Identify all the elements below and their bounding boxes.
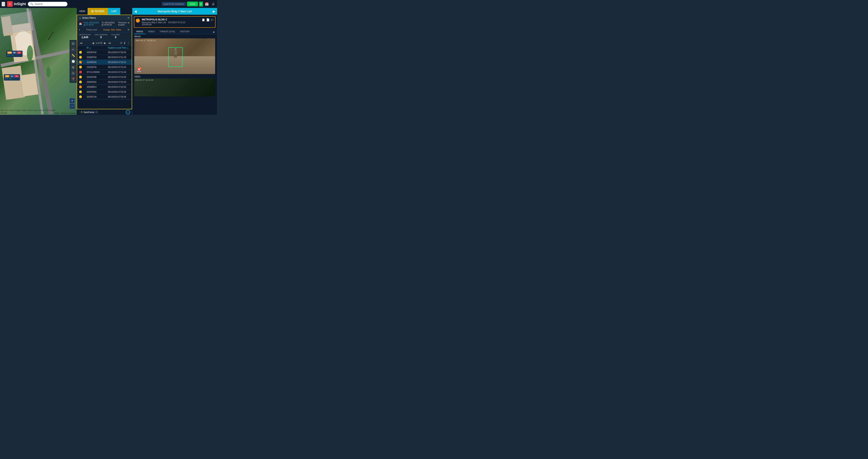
image-section-label: IMAGE — [134, 35, 215, 38]
expand-button[interactable]: ▲ — [212, 30, 215, 33]
clipboard-icon-button[interactable]: 📋 — [202, 18, 205, 21]
table-row[interactable]: 328399180 09/13/2024 07:52:22 Metr... — [77, 60, 132, 65]
report-link[interactable]: Report a map error — [61, 112, 76, 114]
safepointe-close-button[interactable]: ✕ — [95, 111, 97, 113]
threat-dot — [79, 81, 82, 83]
person-body — [174, 51, 177, 55]
incident-detail: Metropolis Bldg C Main Left 9/13/2024 07… — [142, 21, 200, 24]
incident-card: METROPOLIS BLDG C Metropolis Bldg C Main… — [134, 16, 216, 28]
search-bar[interactable]: 🔍 — [28, 2, 67, 6]
close-threat-filter[interactable]: ✕ — [127, 28, 130, 31]
table-row[interactable]: 328389814 09/13/2024 07:54:45 Metr... — [77, 85, 132, 89]
threat-level-tab[interactable]: THREAT LEVEL — [158, 29, 177, 34]
terms-link[interactable]: Terms — [54, 112, 59, 114]
incident-name: METROPOLIS BLDG C — [142, 18, 200, 21]
history-tool[interactable]: 🕐 — [70, 59, 76, 64]
building-bottom-right — [20, 73, 38, 96]
col-header-time[interactable]: Capture Local Time ▲ — [108, 47, 132, 49]
main-layout: Walnut Ave 426 88 0 ● 0 ● 0 12 11 0 — [0, 8, 217, 115]
prev-page-button[interactable]: ◀ — [91, 41, 95, 45]
table-row[interactable]: 328392566 09/13/2024 07:53:48 Metr... — [77, 80, 132, 85]
table-row[interactable]: SP-611090865 09/13/2024 07:52:49 SMG... — [77, 70, 132, 75]
time-cell: 09/13/2024 07:51:20 — [108, 56, 132, 58]
time-cell: 09/13/2024 07:53:05 — [108, 76, 132, 78]
last-page-button[interactable]: ⏭ — [108, 41, 112, 45]
table-row[interactable]: 328392430 09/13/2024 07:50:53 Metr... — [77, 50, 132, 55]
active-filters-bar: ▲ Active Filters ✕ — [77, 15, 132, 21]
ruler-tool[interactable]: 📏 — [70, 53, 76, 58]
cleared-label: CLEARED — [112, 34, 120, 36]
person-leg-r — [176, 55, 177, 58]
add-circle-button[interactable]: + — [126, 110, 130, 114]
filters-tab[interactable]: ⚙ FILTERS — [88, 8, 108, 15]
image-section: IMAGE 🚶 — [132, 34, 217, 75]
history-tab[interactable]: HISTORY — [178, 29, 192, 34]
zoom-in-button[interactable]: + — [70, 98, 75, 103]
map-data-attribution: Map data ©2024 Google Imagery ©2024 Airb… — [1, 109, 55, 111]
col-header-id[interactable]: ID ▲ — [87, 47, 106, 49]
threat-dot-cell — [79, 90, 85, 93]
calendar-icon[interactable]: 📅 — [204, 1, 210, 7]
id-cell: 328392694 — [87, 91, 106, 93]
timezone-text: Timezone: at location — [118, 22, 130, 26]
save-button[interactable]: Save — [187, 2, 198, 6]
incident-location: Metropolis Bldg C Main Left — [142, 21, 166, 24]
cleared-value: 0 — [112, 36, 120, 39]
map-badge-1[interactable]: 426 88 0 ● 0 ● 0 — [6, 51, 23, 57]
close-filters-button[interactable]: ✕ — [127, 16, 130, 20]
threat-dot — [79, 66, 82, 68]
active-filters-label: Active Filters — [82, 17, 96, 19]
incident-info: METROPOLIS BLDG C Metropolis Bldg C Main… — [142, 18, 200, 26]
table-row[interactable]: 328392496 09/13/2024 07:53:05 Metr... — [77, 75, 132, 80]
person-leg-l — [174, 55, 175, 58]
table-row[interactable]: 328389750 09/13/2024 07:52:42 Metr... — [77, 65, 132, 70]
refresh-button[interactable]: ↺ — [120, 41, 122, 45]
id-cell: 328392496 — [87, 76, 106, 78]
image-tab[interactable]: IMAGE — [134, 29, 145, 34]
save-dropdown-button[interactable]: ▾ — [199, 2, 203, 6]
threat-values: Orange, Red, Yellow — [103, 29, 121, 31]
video-section-label: VIDEO — [134, 76, 215, 78]
copy-icon-button[interactable]: 📄 — [206, 18, 210, 21]
image-timestamp: 2024-05-17 19:16:11 — [135, 39, 156, 41]
safepointe-icon: ⚙ — [81, 111, 83, 113]
time-cell: 09/13/2024 07:54:45 — [108, 86, 132, 88]
table-row[interactable]: 328392694 09/13/2024 07:55:36 Metr... — [77, 89, 132, 94]
crosshair-tool[interactable]: ⊠ — [70, 64, 76, 70]
tag-icon-button[interactable]: 🏷 — [211, 18, 214, 21]
camera-prev-button[interactable]: ◀ — [134, 9, 136, 13]
download-button[interactable]: ⬇ — [123, 41, 126, 45]
camera-next-button[interactable]: ▶ — [213, 9, 215, 13]
first-page-button[interactable]: ⏮ — [79, 41, 84, 45]
threat-dot — [79, 95, 82, 98]
threat-dot — [79, 76, 82, 78]
list-tab[interactable]: LIST — [108, 8, 120, 15]
badge-blue-2: 11 — [10, 75, 14, 77]
pagination-row: ⏮ ◀ 1 of 33 ▶ ⏭ ↺ ⬇ ⋮ — [77, 40, 132, 46]
cleared-stat: CLEARED 0 — [112, 34, 120, 39]
top-bar: ☰ + InSight 🔍 Last 24 hrs incidents Save… — [0, 0, 217, 8]
threat-dot-cell — [79, 51, 85, 54]
draw-tool[interactable]: ✏ — [70, 47, 76, 52]
menu-icon[interactable]: ☰ — [2, 2, 5, 6]
threat-dot-cell — [79, 66, 85, 68]
pin-tool[interactable]: 📍 — [70, 77, 76, 82]
table-row[interactable]: 328389704 09/13/2024 07:51:20 Metr... — [77, 55, 132, 60]
layers-tool[interactable]: ⊞ — [70, 41, 76, 46]
zoom-out-button[interactable]: − — [70, 104, 75, 109]
logo-plus: + — [9, 2, 11, 5]
list-tool[interactable]: ☰ — [70, 70, 76, 76]
video-thumbnail[interactable]: 2024-05-17 19:16:08 — [134, 79, 215, 96]
map-badge-2[interactable]: 12 11 0 ● 0 ● 0 — [4, 74, 20, 81]
list-tab-label: LIST — [112, 10, 117, 13]
safepointe-label: SafePointe — [84, 111, 94, 113]
more-options-button[interactable]: ⋮ — [127, 41, 130, 45]
next-page-button[interactable]: ▶ — [103, 41, 107, 45]
print-icon[interactable]: 🖨 — [211, 1, 216, 6]
search-input[interactable] — [35, 3, 65, 5]
video-timestamp: 2024-05-17 19:16:08 — [135, 79, 153, 81]
video-tab[interactable]: VIDEO — [146, 29, 157, 34]
zoom-controls: + − — [70, 98, 75, 109]
table-row[interactable]: 328392740 09/13/2024 07:56:59 Metr... — [77, 94, 132, 99]
date-filter-row: 📅 From: 09/13/2024 @ 07:30:00 To: 09/14/… — [77, 21, 132, 27]
